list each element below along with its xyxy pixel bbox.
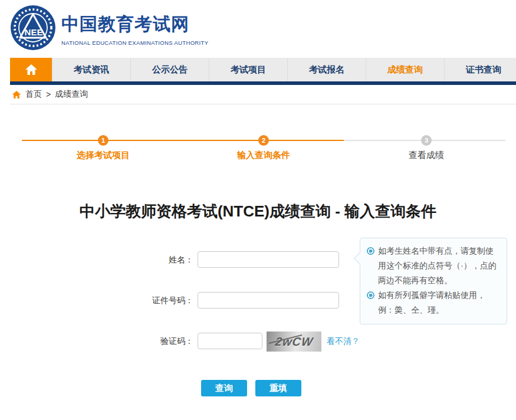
neea-emblem: NEE (9, 4, 57, 51)
nav-item-announcements[interactable]: 公示公告 (130, 58, 209, 81)
step-2-label: 输入查询条件 (237, 150, 290, 161)
captcha-label: 验证码： (117, 333, 193, 349)
bullet-icon (367, 247, 374, 255)
captcha-input[interactable] (198, 333, 262, 349)
svg-text:NEE: NEE (25, 27, 43, 37)
breadcrumb-separator: > (46, 90, 51, 99)
step-2-circle: 2 (258, 135, 269, 146)
name-hint-tooltip: 如考生姓名中带有点，请复制使用这个标准的点符号（·），点的两边不能再有空格。 如… (360, 238, 507, 324)
site-brand: 中国教育考试网 NATIONAL EDUCATION EXAMINATIONS … (61, 12, 208, 46)
neea-logo-icon[interactable]: NEE (9, 4, 57, 51)
site-title: 中国教育考试网 (61, 12, 208, 37)
nav-item-score-query[interactable]: 成绩查询 (366, 58, 444, 81)
breadcrumb-home-icon (12, 90, 21, 99)
nav-item-certificate-query[interactable]: 证书查询 (444, 58, 516, 81)
page-title: 中小学教师资格考试(NTCE)成绩查询 - 输入查询条件 (0, 201, 516, 222)
tooltip-arrow (354, 252, 366, 264)
site-subtitle: NATIONAL EDUCATION EXAMINATIONS AUTHORIT… (61, 40, 208, 46)
id-number-input[interactable] (198, 292, 339, 309)
home-icon (25, 64, 38, 76)
nav-bottom-strip (10, 81, 516, 85)
step-track-completed (22, 140, 344, 141)
breadcrumb-divider (10, 104, 516, 104)
step-3-label: 查看成绩 (409, 150, 444, 161)
id-number-label: 证件号码： (117, 292, 193, 309)
tooltip-text-rare-chars: 如有所列孤僻字请粘贴使用，例：羮、仝、瑾。 (378, 290, 485, 314)
nav-item-exam-registration[interactable]: 考试报名 (287, 58, 366, 81)
reset-button[interactable]: 重填 (255, 380, 301, 396)
bullet-icon (367, 291, 374, 299)
breadcrumb-current: 成绩查询 (55, 89, 88, 100)
main-nav: 考试资讯 公示公告 考试项目 考试报名 成绩查询 证书查询 (10, 58, 516, 81)
tooltip-item-dot-rule: 如考生姓名中带有点，请复制使用这个标准的点符号（·），点的两边不能再有空格。 (367, 244, 500, 288)
captcha-image[interactable]: 2wCW (267, 332, 321, 352)
nav-item-exam-info[interactable]: 考试资讯 (52, 58, 130, 81)
tooltip-item-rare-chars: 如有所列孤僻字请粘贴使用，例：羮、仝、瑾。 (367, 288, 500, 317)
query-button[interactable]: 查询 (201, 380, 247, 396)
step-1-label: 选择考试项目 (77, 150, 130, 161)
name-label: 姓名： (117, 251, 193, 268)
page: NEE 中国教育考试网 NATIONAL EDUCATION EXAMINATI… (0, 0, 516, 420)
tooltip-text-dot-rule: 如考生姓名中带有点，请复制使用这个标准的点符号（·），点的两边不能再有空格。 (378, 246, 497, 285)
breadcrumb-home-link[interactable]: 首页 (25, 89, 42, 100)
name-input[interactable] (198, 251, 339, 268)
captcha-refresh-link[interactable]: 看不清？ (327, 333, 360, 349)
step-1-circle: 1 (98, 135, 109, 146)
nav-home-button[interactable] (10, 58, 52, 81)
breadcrumb: 首页 > 成绩查询 (12, 86, 88, 103)
step-3-circle: 3 (421, 135, 432, 146)
nav-item-exam-programs[interactable]: 考试项目 (209, 58, 287, 81)
